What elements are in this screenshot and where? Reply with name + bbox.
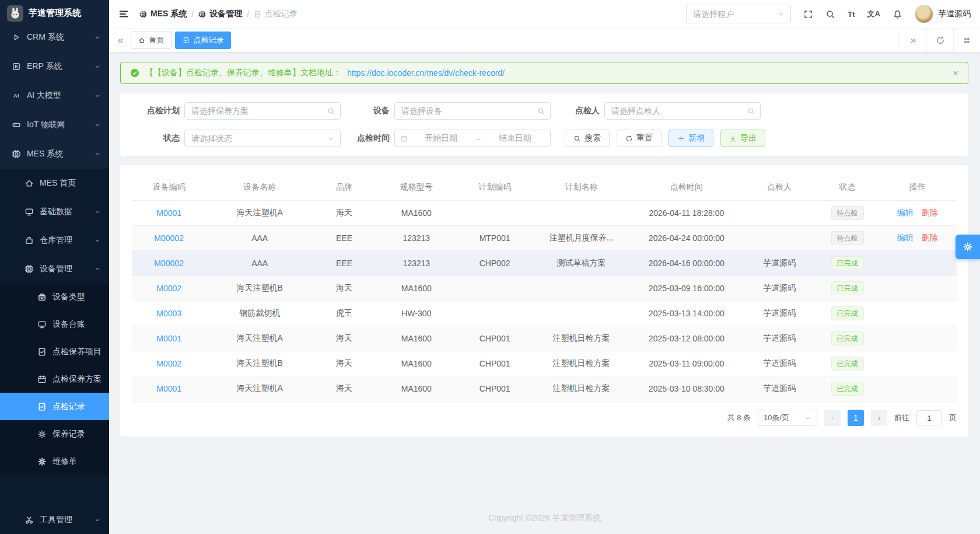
refresh-page-button[interactable] xyxy=(926,29,953,52)
sidebar-item-tool-mgmt[interactable]: 工具管理 xyxy=(0,505,109,534)
cell-brand: EEE xyxy=(313,251,375,276)
device-code-link[interactable]: M0002 xyxy=(156,359,181,368)
font-size-icon: Tt xyxy=(848,10,855,19)
cell-plan-name xyxy=(532,301,631,326)
cpu-icon xyxy=(24,264,34,274)
edit-link[interactable]: 编辑 xyxy=(897,233,914,242)
device-code-link[interactable]: M00002 xyxy=(154,259,184,268)
export-button[interactable]: 导出 xyxy=(720,130,765,147)
sidebar-item-check-record[interactable]: 点检记录 xyxy=(0,393,109,420)
cell-person: 芋道源码 xyxy=(742,376,816,402)
cell-device-name: AAA xyxy=(206,226,313,251)
cell-time: 2026-04-16 00:00:00 xyxy=(631,251,742,276)
date-start-placeholder[interactable]: 开始日期 xyxy=(411,133,471,144)
cell-person: 芋道源码 xyxy=(742,251,816,276)
delete-link[interactable]: 删除 xyxy=(922,233,938,242)
sidebar-item-device-mgmt[interactable]: 设备管理 xyxy=(0,254,109,283)
goto-page-input[interactable] xyxy=(916,410,942,425)
device-code-link[interactable]: M0003 xyxy=(156,309,181,318)
next-page-button[interactable]: › xyxy=(871,410,887,426)
chevron-down-icon xyxy=(94,34,101,41)
device-code-link[interactable]: M0001 xyxy=(156,384,181,393)
cell-brand: 虎王 xyxy=(313,301,375,326)
mes-submenu: MES 首页 基础数据 仓库管理 设备管理 xyxy=(0,169,109,534)
plan-select[interactable] xyxy=(184,102,341,120)
cell-model: 123213 xyxy=(375,251,457,276)
status-select-input[interactable] xyxy=(190,133,324,144)
close-icon[interactable]: × xyxy=(953,68,958,78)
chevron-down-icon xyxy=(94,208,101,215)
fullscreen-button[interactable] xyxy=(803,9,813,19)
doc-link[interactable]: https://doc.iocoder.cn/mes/dv/check-reco… xyxy=(347,68,505,78)
sidebar-item-check-plan[interactable]: 点检保养方案 xyxy=(0,365,109,393)
cell-plan-name: 注塑机月度保养... xyxy=(532,226,631,251)
bell-icon xyxy=(892,9,902,19)
status-select[interactable] xyxy=(184,130,341,147)
tenant-select-input[interactable] xyxy=(692,9,774,19)
locale-button[interactable]: 文A xyxy=(867,9,880,19)
translate-icon: 文A xyxy=(867,9,880,19)
user-menu[interactable]: 芋道源码 xyxy=(915,5,971,23)
device-select-input[interactable] xyxy=(400,106,534,116)
prev-page-button[interactable]: ‹ xyxy=(824,410,841,426)
refresh-icon xyxy=(936,36,945,45)
tabs-scroll-right-icon[interactable]: » xyxy=(900,29,926,52)
font-size-button[interactable]: Tt xyxy=(848,10,855,19)
sidebar-item-base-data[interactable]: 基础数据 xyxy=(0,197,109,226)
device-code-link[interactable]: M0001 xyxy=(156,208,181,218)
date-end-placeholder[interactable]: 结束日期 xyxy=(485,133,545,144)
erp-icon xyxy=(12,62,21,71)
col-header: 设备编码 xyxy=(132,174,206,201)
record-table-panel: 设备编码 设备名称 品牌 规格型号 计划编码 计划名称 点检时间 点检人 状态 … xyxy=(120,165,968,437)
person-select[interactable] xyxy=(604,102,761,120)
sidebar-item-mes[interactable]: MES 系统 xyxy=(0,139,109,169)
app-logo[interactable]: 芋道管理系统 xyxy=(0,0,109,23)
device-select[interactable] xyxy=(394,102,551,120)
breadcrumb-item-device-mgmt[interactable]: 设备管理 xyxy=(198,9,242,19)
sidebar-item-crm[interactable]: CRM 系统 xyxy=(0,23,109,52)
edit-link[interactable]: 编辑 xyxy=(897,208,914,217)
sidebar-item-mes-home[interactable]: MES 首页 xyxy=(0,169,109,197)
sidebar-item-device-type[interactable]: 设备类型 xyxy=(0,283,109,310)
cell-time: 2026-04-11 18:28:00 xyxy=(631,201,742,226)
document-icon xyxy=(254,11,261,18)
date-range-picker[interactable]: 开始日期 – 结束日期 xyxy=(394,130,551,147)
tenant-select[interactable] xyxy=(686,5,791,23)
sidebar-item-ai[interactable]: AI AI 大模型 xyxy=(0,81,109,110)
document-check-icon xyxy=(183,37,190,44)
add-button[interactable]: 新增 xyxy=(668,130,713,147)
delete-link[interactable]: 删除 xyxy=(922,208,938,217)
device-code-link[interactable]: M0002 xyxy=(156,284,181,293)
tab-home[interactable]: 首页 xyxy=(131,32,172,49)
sidebar-item-device-ledger[interactable]: 设备台账 xyxy=(0,310,109,338)
page-size-value: 10条/页 xyxy=(764,413,789,423)
cell-plan-code xyxy=(458,201,532,226)
reset-button[interactable]: 重置 xyxy=(617,130,662,147)
device-code-link[interactable]: M00002 xyxy=(154,233,184,243)
person-select-input[interactable] xyxy=(610,106,744,116)
breadcrumb-separator: / xyxy=(247,9,249,19)
sidebar-item-maintain-record[interactable]: 保养记录 xyxy=(0,420,109,448)
menu-fold-icon[interactable] xyxy=(116,6,131,22)
sidebar-item-check-item[interactable]: 点检保养项目 xyxy=(0,338,109,365)
device-code-link[interactable]: M0001 xyxy=(156,334,181,343)
sidebar-item-repair-order[interactable]: 维修单 xyxy=(0,448,109,475)
cell-device-name: 海天注塑机A xyxy=(206,326,313,351)
sidebar-item-iot[interactable]: IoT 物联网 xyxy=(0,110,109,139)
cell-model: MA1600 xyxy=(375,276,457,301)
search-icon xyxy=(537,107,545,115)
filter-field-time: 点检时间 开始日期 – 结束日期 xyxy=(341,130,551,147)
plan-select-input[interactable] xyxy=(190,106,324,116)
sidebar-item-erp[interactable]: ERP 系统 xyxy=(0,52,109,81)
page-number-1[interactable]: 1 xyxy=(848,410,864,426)
tabs-scroll-left-icon[interactable]: « xyxy=(114,34,127,46)
layout-grid-button[interactable] xyxy=(953,29,980,52)
search-button[interactable]: 搜索 xyxy=(565,130,610,147)
theme-settings-button[interactable] xyxy=(956,235,980,259)
tab-check-record[interactable]: 点检记录 xyxy=(175,32,231,49)
sidebar-item-warehouse[interactable]: 仓库管理 xyxy=(0,226,109,254)
notification-button[interactable] xyxy=(892,9,902,19)
search-button[interactable] xyxy=(825,9,835,19)
page-size-select[interactable]: 10条/页 xyxy=(758,410,817,426)
breadcrumb-item-mes[interactable]: MES 系统 xyxy=(139,9,187,19)
